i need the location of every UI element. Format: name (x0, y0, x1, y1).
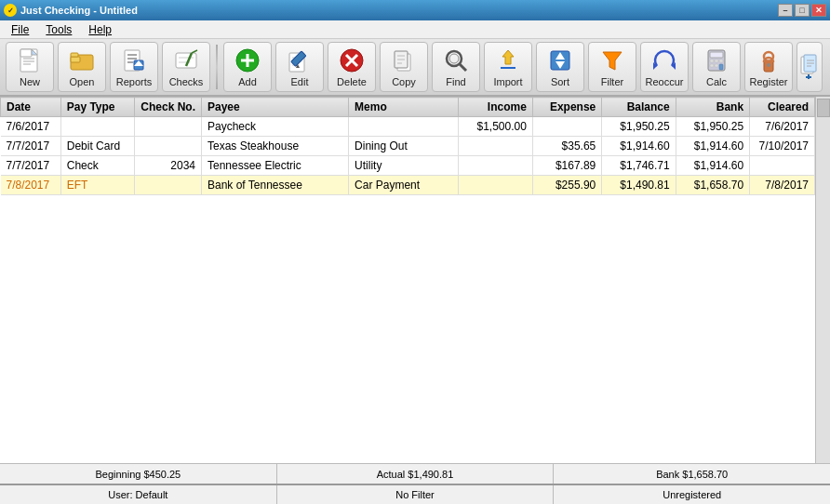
cell-checkno[interactable]: 2034 (135, 156, 202, 176)
col-header-checkno[interactable]: Check No. (135, 98, 202, 117)
import-button[interactable]: Import (484, 42, 532, 92)
col-header-paytype[interactable]: Pay Type (60, 98, 135, 117)
cell-memo[interactable]: Dining Out (349, 137, 459, 156)
cell-date[interactable]: 7/7/2017 (1, 137, 61, 156)
cell-balance[interactable]: $1,950.25 (602, 117, 676, 137)
add-button[interactable]: Add (223, 42, 272, 92)
register-label: Register (750, 76, 788, 87)
reoccur-button[interactable]: Reoccur (640, 42, 689, 92)
register-button[interactable]: Register (744, 42, 793, 92)
col-header-memo[interactable]: Memo (349, 98, 459, 117)
table-header-row: Date Pay Type Check No. Payee Memo Incom… (1, 98, 815, 117)
reports-label: Reports (116, 76, 153, 87)
app-title: Just Checking - Untitled (20, 5, 138, 16)
col-header-date[interactable]: Date (1, 98, 61, 117)
toolbar: New Open Reports (0, 39, 830, 97)
minimize-button[interactable]: – (778, 4, 793, 17)
add-label: Add (238, 76, 257, 87)
cell-bank[interactable]: $1,914.60 (676, 137, 749, 156)
close-button[interactable]: ✕ (811, 4, 826, 17)
col-header-expense[interactable]: Expense (532, 98, 601, 117)
cell-payee[interactable]: Paycheck (202, 117, 349, 137)
sort-icon (546, 46, 574, 74)
cell-expense[interactable] (532, 117, 601, 137)
cell-cleared[interactable]: 7/8/2017 (750, 176, 815, 195)
maximize-button[interactable]: □ (795, 4, 810, 17)
register-icon (755, 46, 783, 74)
menu-help[interactable]: Help (81, 21, 119, 38)
table-container[interactable]: Date Pay Type Check No. Payee Memo Incom… (0, 97, 815, 463)
cell-bank[interactable]: $1,658.70 (676, 176, 749, 195)
edit-button[interactable]: Edit (275, 42, 324, 92)
cell-bank[interactable]: $1,914.60 (676, 156, 749, 176)
svg-rect-50 (710, 60, 714, 62)
cell-expense[interactable]: $35.65 (532, 137, 601, 156)
col-header-cleared[interactable]: Cleared (750, 98, 815, 117)
cell-checkno[interactable] (135, 117, 202, 137)
col-header-balance[interactable]: Balance (602, 98, 676, 117)
delete-button[interactable]: Delete (328, 42, 376, 92)
svg-point-58 (767, 63, 770, 67)
cell-expense[interactable]: $255.90 (532, 176, 601, 195)
extra-button[interactable] (797, 42, 823, 92)
cell-balance[interactable]: $1,490.81 (602, 176, 676, 195)
table-row[interactable]: 7/7/2017Debit CardTexas SteakhouseDining… (1, 137, 815, 156)
title-bar: ✓ Just Checking - Untitled – □ ✕ (0, 0, 830, 20)
cell-paytype[interactable] (60, 117, 135, 137)
menu-tools[interactable]: Tools (38, 21, 79, 38)
cell-payee[interactable]: Tennessee Electric (202, 156, 349, 176)
scrollbar[interactable] (815, 97, 830, 463)
new-icon (16, 46, 44, 74)
col-header-payee[interactable]: Payee (202, 98, 349, 117)
extra-icon (796, 53, 823, 81)
copy-button[interactable]: Copy (380, 42, 428, 92)
cell-balance[interactable]: $1,746.71 (602, 156, 676, 176)
table-row[interactable]: 7/7/2017Check2034Tennessee ElectricUtili… (1, 156, 815, 176)
cell-payee[interactable]: Texas Steakhouse (202, 137, 349, 156)
table-row[interactable]: 7/8/2017EFTBank of TennesseeCar Payment$… (1, 176, 815, 195)
find-label: Find (446, 76, 465, 87)
cell-memo[interactable]: Utility (349, 156, 459, 176)
calc-button[interactable]: Calc (692, 42, 741, 92)
cell-memo[interactable]: Car Payment (349, 176, 459, 195)
cell-balance[interactable]: $1,914.60 (602, 137, 676, 156)
col-header-bank[interactable]: Bank (676, 98, 749, 117)
find-button[interactable]: Find (432, 42, 480, 92)
open-button[interactable]: Open (58, 42, 106, 92)
cell-memo[interactable] (349, 117, 459, 137)
checks-icon (172, 46, 200, 74)
menu-file[interactable]: File (4, 21, 36, 38)
cell-payee[interactable]: Bank of Tennessee (202, 176, 349, 195)
cell-paytype[interactable]: Check (60, 156, 135, 176)
status-filter: No Filter (277, 485, 555, 504)
svg-point-39 (449, 54, 459, 63)
new-label: New (20, 76, 40, 87)
cell-cleared[interactable]: 7/6/2017 (750, 117, 815, 137)
cell-date[interactable]: 7/6/2017 (1, 117, 61, 137)
cell-paytype[interactable]: Debit Card (60, 137, 135, 156)
cell-bank[interactable]: $1,950.25 (676, 117, 749, 137)
reports-icon (120, 46, 148, 74)
reoccur-label: Reoccur (646, 76, 684, 87)
cell-checkno[interactable] (135, 176, 202, 195)
cell-income[interactable]: $1,500.00 (459, 117, 532, 137)
cell-expense[interactable]: $167.89 (532, 156, 601, 176)
cell-income[interactable] (459, 176, 532, 195)
col-header-income[interactable]: Income (459, 98, 532, 117)
checks-button[interactable]: Checks (162, 42, 210, 92)
cell-income[interactable] (459, 137, 532, 156)
table-row[interactable]: 7/6/2017Paycheck$1,500.00$1,950.25$1,950… (1, 117, 815, 137)
svg-rect-7 (71, 57, 80, 62)
filter-button[interactable]: Filter (588, 42, 636, 92)
cell-checkno[interactable] (135, 137, 202, 156)
find-icon (442, 46, 470, 74)
reports-button[interactable]: Reports (110, 42, 158, 92)
sort-button[interactable]: Sort (536, 42, 584, 92)
cell-date[interactable]: 7/7/2017 (1, 156, 61, 176)
new-button[interactable]: New (6, 42, 54, 92)
cell-cleared[interactable]: 7/10/2017 (750, 137, 815, 156)
cell-income[interactable] (459, 156, 532, 176)
cell-paytype[interactable]: EFT (60, 176, 135, 195)
cell-cleared[interactable] (750, 156, 815, 176)
cell-date[interactable]: 7/8/2017 (1, 176, 61, 195)
